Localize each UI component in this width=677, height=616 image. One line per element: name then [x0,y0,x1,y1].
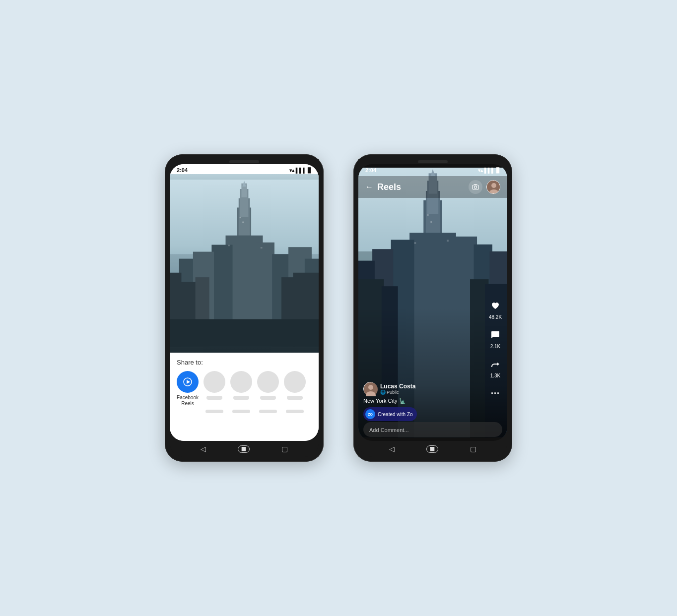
right-phone: 2:04 ▾▴ ▌▌▌ ▊ Reels [353,154,512,462]
comment-bar[interactable]: Add Comment... [363,422,502,437]
created-with-badge: ZO Created with Zo [363,407,417,421]
share-label-gray-2 [233,396,249,400]
battery-icon: ▊ [308,168,312,173]
user-privacy: 🌐 Public [380,390,415,395]
left-phone: 2:04 ▾▴ ▌▌▌ ▊ [165,154,324,462]
svg-rect-24 [170,319,319,347]
comment-button[interactable]: 2.1K [487,327,503,349]
phones-container: 2:04 ▾▴ ▌▌▌ ▊ [145,134,532,482]
back-nav-icon[interactable]: ◁ [201,445,206,453]
comment-placeholder: Add Comment... [369,427,408,433]
skyline-svg-left [170,174,319,353]
back-button[interactable] [365,183,373,191]
left-status-bar: 2:04 ▾▴ ▌▌▌ ▊ [170,164,319,174]
share-label-gray-4 [287,396,303,400]
video-info: Lucas Costa 🌐 Public New York City 🗽 ZO … [363,382,482,421]
video-caption: New York City 🗽 [363,398,482,404]
reels-header-right [469,180,500,194]
svg-rect-49 [447,240,449,242]
svg-point-54 [491,183,496,188]
right-recents-nav-icon[interactable]: ▢ [470,445,476,453]
right-back-nav-icon[interactable]: ◁ [389,445,395,453]
share-circle-gray-1 [203,371,225,393]
like-icon [487,298,503,313]
zo-logo: ZO [365,409,375,419]
share-item-gray-3[interactable] [257,371,279,400]
share-icon [487,356,503,372]
like-count: 48.2K [489,314,502,320]
share-labels-row [177,410,312,413]
left-phone-bottom-nav: ◁ ⬜ ▢ [170,441,319,457]
comment-count: 2.1K [490,344,501,349]
share-label-gray-3 [260,396,276,400]
notch-row-left [170,159,319,164]
svg-point-52 [474,186,477,188]
share-item-gray-2[interactable] [230,371,252,400]
wifi-icon: ▾▴ [289,168,294,173]
recents-nav-icon[interactable]: ▢ [281,445,288,453]
share-item-gray-1[interactable] [203,371,225,400]
svg-rect-46 [427,214,429,216]
video-avatar-image [364,382,378,396]
svg-rect-22 [228,245,230,246]
right-phone-bottom-nav: ◁ ⬜ ▢ [358,441,507,457]
share-circle-gray-3 [257,371,279,393]
globe-icon: 🌐 [380,390,386,395]
comment-icon [487,327,503,343]
share-icons-row: Facebook Reels [177,371,312,407]
share-title: Share to: [177,359,312,366]
svg-rect-47 [430,221,432,223]
notch-row-right [358,159,507,164]
share-count: 1.3K [490,373,501,378]
zo-logo-text: ZO [368,413,373,416]
home-nav-icon[interactable]: ⬜ [238,445,250,453]
right-home-nav-icon[interactable]: ⬜ [426,445,438,453]
share-circle-gray-4 [284,371,306,393]
svg-rect-23 [261,247,263,248]
right-status-bar: 2:04 ▾▴ ▌▌▌ ▊ [358,164,507,174]
share-item-facebook-reels[interactable]: Facebook Reels [177,371,199,407]
share-circle-gray-2 [230,371,252,393]
share-section: Share to: Facebook Reels [170,353,319,441]
reels-title: Reels [377,182,401,192]
user-row: Lucas Costa 🌐 Public [363,382,482,396]
signal-icon: ▌▌▌ [296,168,306,173]
right-wifi-icon: ▾▴ [478,168,483,173]
right-time: 2:04 [365,167,376,173]
left-phone-screen: 2:04 ▾▴ ▌▌▌ ▊ [170,164,319,441]
user-avatar-header[interactable] [486,180,500,194]
svg-rect-20 [240,217,241,218]
right-status-icons: ▾▴ ▌▌▌ ▊ [478,168,500,173]
notch-right [418,160,448,163]
left-time: 2:04 [177,167,188,173]
camera-button[interactable] [469,180,482,194]
gray-label-row [203,410,225,413]
svg-rect-8 [211,245,232,329]
created-with-text: Created with Zo [378,412,413,417]
reels-icon [182,376,193,387]
svg-rect-51 [473,185,478,189]
like-button[interactable]: 48.2K [487,298,503,320]
share-button[interactable]: 1.3K [487,356,503,378]
share-item-label-facebook-reels: Facebook Reels [177,395,199,407]
side-actions: 48.2K 2.1K [487,298,503,401]
camera-icon [472,184,479,190]
svg-rect-9 [256,243,274,328]
user-avatar-video [363,382,377,396]
svg-rect-21 [242,222,244,223]
right-battery-icon: ▊ [496,168,500,173]
privacy-label: Public [387,390,399,395]
notch-left [229,160,259,163]
gray-label-row-3 [257,410,279,413]
svg-point-27 [187,381,189,383]
right-signal-icon: ▌▌▌ [484,168,495,173]
facebook-reels-icon[interactable] [177,371,199,393]
more-button[interactable]: ··· [487,385,503,401]
gray-label-row-4 [284,410,306,413]
more-icon: ··· [487,385,503,401]
reels-header-left: Reels [365,182,401,192]
share-item-gray-4[interactable] [284,371,306,400]
city-image-left [170,174,319,353]
user-info: Lucas Costa 🌐 Public [380,383,415,395]
gray-label-row-2 [230,410,252,413]
